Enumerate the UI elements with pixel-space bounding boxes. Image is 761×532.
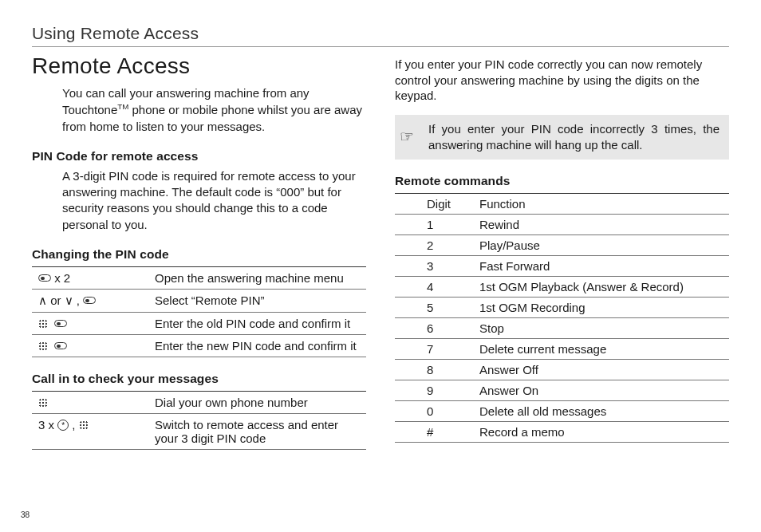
- table-row: #Record a memo: [395, 422, 729, 443]
- callin-heading: Call in to check your messages: [32, 372, 366, 386]
- key-cell: [32, 312, 152, 334]
- table-row: 51st OGM Recording: [395, 298, 729, 318]
- function-cell: Play/Pause: [475, 235, 729, 256]
- value-cell: Dial your own phone number: [152, 391, 366, 413]
- intro-text: You can call your answering machine from…: [62, 85, 366, 135]
- table-row: 2Play/Pause: [395, 235, 729, 256]
- digit-cell: 7: [395, 339, 475, 360]
- key-cell: 3 x * ,: [32, 413, 152, 449]
- page-number: 38: [21, 510, 30, 519]
- function-cell: Delete all old messages: [475, 401, 729, 422]
- digit-cell: 8: [395, 360, 475, 380]
- callin-table: Dial your own phone number3 x * , Switch…: [32, 391, 366, 450]
- function-cell: Answer On: [475, 380, 729, 401]
- function-cell: 1st OGM Playback (Answer & Record): [475, 277, 729, 298]
- digit-cell: 3: [395, 256, 475, 277]
- function-cell: 1st OGM Recording: [475, 298, 729, 318]
- table-row: Enter the new PIN code and confirm it: [32, 334, 366, 357]
- table-row: 7Delete current message: [395, 339, 729, 360]
- digit-cell: 5: [395, 298, 475, 318]
- table-row: 9Answer On: [395, 380, 729, 401]
- right-column: If you enter your PIN code correctly you…: [395, 52, 729, 456]
- table-header-cell: Digit: [395, 194, 475, 215]
- table-header-cell: Function: [475, 194, 729, 215]
- digit-cell: 2: [395, 235, 475, 256]
- table-row: 1Rewind: [395, 215, 729, 235]
- digit-cell: 6: [395, 318, 475, 339]
- value-cell: Enter the new PIN code and confirm it: [152, 334, 366, 357]
- table-row: x 2Open the answering machine menu: [32, 266, 366, 289]
- key-cell: [32, 334, 152, 357]
- value-cell: Enter the old PIN code and confirm it: [152, 312, 366, 334]
- function-cell: Stop: [475, 318, 729, 339]
- function-cell: Delete current message: [475, 339, 729, 360]
- commands-table: DigitFunction1Rewind2Play/Pause3Fast For…: [395, 193, 729, 443]
- table-row: Dial your own phone number: [32, 391, 366, 413]
- table-row: 3Fast Forward: [395, 256, 729, 277]
- two-column-layout: Remote Access You can call your answerin…: [32, 52, 729, 456]
- pin-section-text: A 3-digit PIN code is required for remot…: [62, 168, 366, 233]
- callout-box: ☞ If you enter your PIN code incorrectly…: [395, 115, 729, 160]
- callout-text: If you enter your PIN code incorrectly 3…: [428, 122, 720, 152]
- left-column: Remote Access You can call your answerin…: [32, 52, 366, 456]
- table-row: 3 x * , Switch to remote access and ente…: [32, 413, 366, 449]
- digit-cell: 0: [395, 401, 475, 422]
- table-header-row: DigitFunction: [395, 194, 729, 215]
- digit-cell: 1: [395, 215, 475, 235]
- digit-cell: 4: [395, 277, 475, 298]
- value-cell: Open the answering machine menu: [152, 266, 366, 289]
- pin-section-heading: PIN Code for remote access: [32, 149, 366, 164]
- table-row: 41st OGM Playback (Answer & Record): [395, 277, 729, 298]
- key-cell: [32, 391, 152, 413]
- right-intro: If you enter your PIN code correctly you…: [395, 57, 729, 104]
- change-pin-table: x 2Open the answering machine menu∧ or ∨…: [32, 266, 366, 357]
- value-cell: Select “Remote PIN”: [152, 289, 366, 312]
- function-cell: Fast Forward: [475, 256, 729, 277]
- value-cell: Switch to remote access and enter your 3…: [152, 413, 366, 449]
- digit-cell: #: [395, 422, 475, 443]
- digit-cell: 9: [395, 380, 475, 401]
- table-row: 8Answer Off: [395, 360, 729, 380]
- commands-heading: Remote commands: [395, 174, 729, 188]
- table-row: 0Delete all old messages: [395, 401, 729, 422]
- main-title: Remote Access: [32, 53, 366, 79]
- key-cell: ∧ or ∨ ,: [32, 289, 152, 312]
- function-cell: Record a memo: [475, 422, 729, 443]
- table-row: Enter the old PIN code and confirm it: [32, 312, 366, 334]
- change-pin-heading: Changing the PIN code: [32, 247, 366, 262]
- table-row: 6Stop: [395, 318, 729, 339]
- function-cell: Answer Off: [475, 360, 729, 380]
- hand-icon: ☞: [400, 126, 414, 148]
- page-header: Using Remote Access: [32, 24, 729, 47]
- table-row: ∧ or ∨ , Select “Remote PIN”: [32, 289, 366, 312]
- key-cell: x 2: [32, 266, 152, 289]
- function-cell: Rewind: [475, 215, 729, 235]
